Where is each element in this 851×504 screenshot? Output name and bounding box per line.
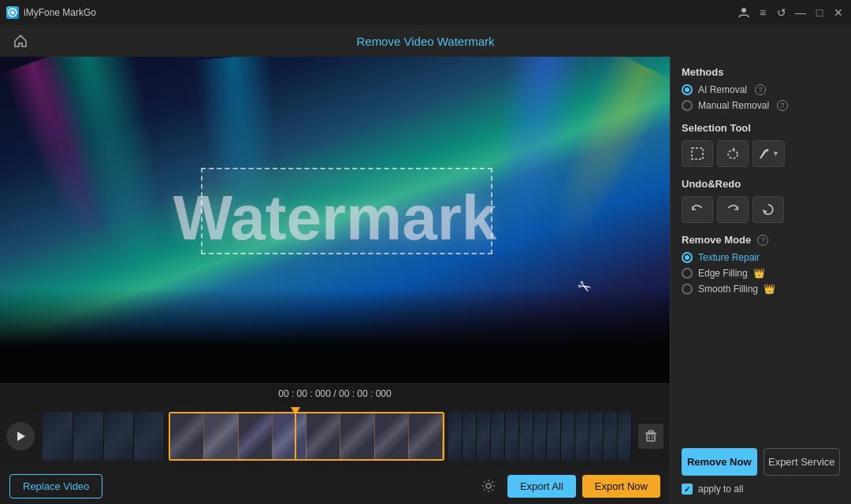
bg-left: [43, 412, 165, 461]
menu-icon[interactable]: ≡: [756, 6, 769, 19]
texture-repair-option[interactable]: Texture Repair: [682, 252, 840, 263]
refresh-icon[interactable]: ↺: [775, 6, 788, 19]
bg-thumb: [618, 412, 632, 461]
manual-removal-option[interactable]: Manual Removal ?: [682, 100, 840, 111]
smooth-filling-crown-icon: 👑: [764, 284, 775, 295]
replace-video-button[interactable]: Replace Video: [9, 474, 102, 498]
brush-tool[interactable]: ▼: [753, 140, 785, 167]
bottom-right: Export All Export Now: [476, 473, 660, 498]
selection-tool-title: Selection Tool: [682, 122, 840, 134]
undo-redo-title: Undo&Redo: [682, 178, 840, 190]
remove-mode-options: Texture Repair Edge Filling 👑 Smooth Fil…: [682, 252, 840, 295]
window-controls: ≡ ↺ — □ ✕: [738, 6, 845, 19]
timeline-strip[interactable]: [43, 412, 632, 461]
bg-thumb: [104, 412, 135, 461]
methods-title: Methods: [682, 66, 840, 78]
time-bar: 00 : 00 : 000 / 00 : 00 : 000: [0, 383, 670, 405]
bg-right: [448, 412, 632, 461]
apply-all-row: apply to all: [682, 484, 840, 495]
time-total: 00 : 00 : 000: [339, 388, 392, 399]
clip-thumb: [409, 413, 443, 459]
video-area: Watermark ✂ 00 : 00 : 000 / 00 : 00 : 00…: [0, 57, 670, 504]
svg-rect-3: [647, 434, 655, 441]
bg-thumb: [43, 412, 73, 461]
apply-all-checkbox[interactable]: [682, 484, 693, 495]
bg-thumb: [491, 412, 505, 461]
smooth-filling-radio[interactable]: [682, 284, 693, 295]
bg-thumb: [448, 412, 463, 461]
light-beam-1: [2, 57, 128, 258]
manual-removal-label: Manual Removal: [698, 100, 769, 111]
remove-mode-title: Remove Mode: [682, 234, 751, 246]
main-clip[interactable]: [169, 412, 444, 461]
bg-thumb: [73, 412, 104, 461]
minimize-button[interactable]: —: [794, 6, 807, 19]
action-buttons: Remove Now Expert Service: [682, 448, 840, 476]
bg-thumb: [519, 412, 533, 461]
playhead[interactable]: [295, 409, 296, 461]
home-button[interactable]: [9, 30, 32, 52]
delete-button[interactable]: [638, 424, 663, 449]
edge-filling-radio[interactable]: [682, 268, 693, 279]
apply-all-label: apply to all: [698, 484, 743, 495]
bg-thumb: [547, 412, 561, 461]
svg-point-1: [741, 8, 746, 13]
ai-removal-option[interactable]: AI Removal ?: [682, 84, 840, 95]
bg-thumb: [561, 412, 575, 461]
app-icon: [6, 6, 19, 19]
video-container: Watermark ✂: [0, 57, 670, 383]
expert-service-button[interactable]: Expert Service: [764, 448, 841, 476]
selection-box[interactable]: [201, 168, 492, 254]
clip-thumb: [340, 413, 374, 459]
texture-repair-radio[interactable]: [682, 252, 693, 263]
lasso-select-tool[interactable]: [717, 140, 749, 167]
texture-repair-label: Texture Repair: [698, 252, 760, 263]
bg-thumb: [477, 412, 491, 461]
main-content: Watermark ✂ 00 : 00 : 000 / 00 : 00 : 00…: [0, 57, 851, 504]
clip-thumb: [239, 413, 273, 459]
timeline: [0, 405, 670, 468]
bg-thumb: [134, 412, 165, 461]
rect-select-tool[interactable]: [682, 140, 713, 167]
ai-removal-help-icon[interactable]: ?: [755, 84, 766, 95]
smooth-filling-option[interactable]: Smooth Filling 👑: [682, 284, 840, 295]
remove-now-button[interactable]: Remove Now: [682, 448, 757, 476]
redo-button[interactable]: [717, 196, 749, 223]
selection-tools: ▼: [682, 140, 840, 167]
undo-button[interactable]: [682, 196, 713, 223]
clip-thumb: [170, 413, 204, 459]
settings-button[interactable]: [476, 473, 501, 498]
light-beam-3: [526, 57, 670, 267]
manual-removal-radio[interactable]: [682, 100, 693, 111]
export-now-button[interactable]: Export Now: [582, 475, 660, 498]
svg-rect-9: [692, 148, 703, 159]
clip-thumb: [307, 413, 340, 459]
right-panel: Methods AI Removal ? Manual Removal ? Se…: [670, 57, 851, 504]
maximize-button[interactable]: □: [813, 6, 826, 19]
edge-filling-crown-icon: 👑: [753, 268, 765, 279]
ai-removal-label: AI Removal: [698, 84, 747, 95]
svg-rect-5: [648, 431, 653, 433]
play-button[interactable]: [6, 422, 35, 450]
clip-thumb: [375, 413, 409, 459]
clip-thumb: [273, 413, 307, 459]
bg-thumb: [505, 412, 519, 461]
time-separator: /: [331, 388, 339, 399]
bg-thumb: [604, 412, 618, 461]
reset-button[interactable]: [753, 196, 784, 223]
clip-thumb: [204, 413, 238, 459]
profile-icon[interactable]: [738, 6, 750, 19]
time-current: 00 : 00 : 000: [278, 388, 331, 399]
smooth-filling-label: Smooth Filling: [698, 284, 758, 295]
remove-mode-help-icon[interactable]: ?: [757, 235, 768, 246]
ai-removal-radio[interactable]: [682, 84, 693, 95]
close-button[interactable]: ✕: [832, 6, 845, 19]
svg-point-10: [728, 150, 738, 158]
export-all-button[interactable]: Export All: [507, 475, 576, 498]
edge-filling-option[interactable]: Edge Filling 👑: [682, 268, 840, 279]
undo-redo-buttons: [682, 196, 840, 223]
bottom-bar: Replace Video Export All Export Now: [0, 468, 670, 504]
bg-thumb: [463, 412, 477, 461]
title-bar: iMyFone MarkGo ≡ ↺ — □ ✕: [0, 0, 851, 25]
manual-removal-help-icon[interactable]: ?: [777, 100, 788, 111]
